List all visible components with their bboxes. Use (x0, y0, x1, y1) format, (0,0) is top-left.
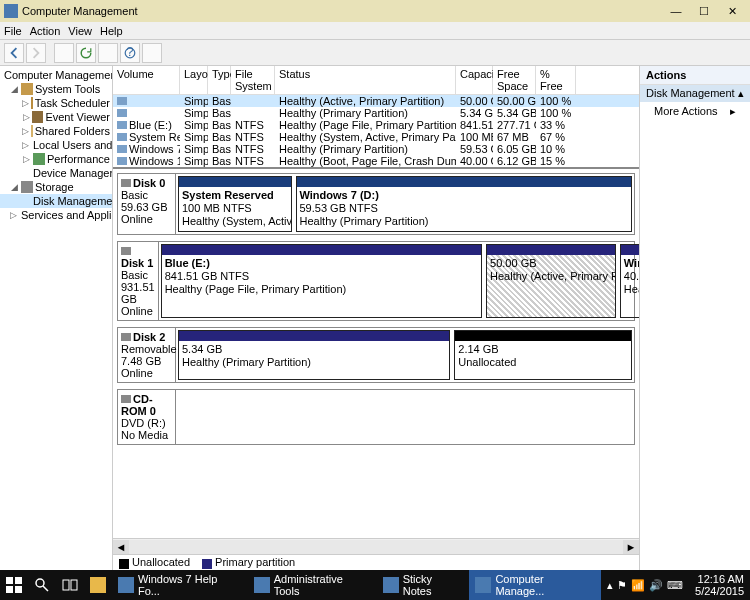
col-pct[interactable]: % Free (536, 66, 576, 94)
tree-task-scheduler[interactable]: ▷Task Scheduler (0, 96, 112, 110)
partition[interactable]: 50.00 GBHealthy (Active, Primary Partiti… (486, 244, 616, 318)
content-pane: Volume Layout Type File System Status Ca… (113, 66, 640, 570)
toolbar-button-5[interactable] (142, 43, 162, 63)
svg-rect-5 (15, 586, 22, 593)
scroll-track[interactable] (129, 540, 623, 554)
taskbar-app[interactable]: Windows 7 Help Fo... (112, 570, 248, 600)
partition[interactable]: Windows 7 (D:)59.53 GB NTFSHealthy (Prim… (296, 176, 633, 232)
tree-services[interactable]: ▷Services and Applications (0, 208, 112, 222)
close-button[interactable]: ✕ (718, 2, 746, 20)
col-volume[interactable]: Volume (113, 66, 180, 94)
app-icon (475, 577, 491, 593)
col-free[interactable]: Free Space (493, 66, 536, 94)
toolbar-button-1[interactable] (54, 43, 74, 63)
vol-fs: NTFS (231, 119, 275, 131)
partition[interactable]: System Reserved100 MB NTFSHealthy (Syste… (178, 176, 292, 232)
vol-name: Blue (E:) (113, 119, 180, 131)
disk-info[interactable]: Disk 1Basic931.51 GBOnline (118, 242, 159, 320)
vol-status: Healthy (Page File, Primary Partition) (275, 119, 456, 131)
expand-icon[interactable]: ▷ (22, 155, 31, 164)
refresh-button[interactable] (76, 43, 96, 63)
maximize-button[interactable]: ☐ (690, 2, 718, 20)
scroll-right-button[interactable]: ► (623, 540, 639, 554)
tree-shared-folders[interactable]: ▷Shared Folders (0, 124, 112, 138)
partition-bar (621, 245, 639, 255)
help-button[interactable]: ? (120, 43, 140, 63)
disk-name: Disk 0 (121, 177, 172, 189)
volume-row[interactable]: System ReservedSimpleBasicNTFSHealthy (S… (113, 131, 639, 143)
partition-size: 59.53 GB NTFS (300, 202, 629, 215)
task-view-button[interactable] (56, 570, 84, 600)
partition[interactable]: 2.14 GBUnallocated (454, 330, 632, 380)
tree-system-tools[interactable]: ◢System Tools (0, 82, 112, 96)
disk-kind: Basic (121, 189, 172, 201)
network-icon[interactable]: 📶 (631, 579, 645, 592)
volume-row[interactable]: Blue (E:)SimpleBasicNTFSHealthy (Page Fi… (113, 119, 639, 131)
tray-icon[interactable]: ⌨ (667, 579, 683, 592)
menu-action[interactable]: Action (30, 25, 61, 37)
menubar: File Action View Help (0, 22, 750, 40)
volume-icon[interactable]: 🔊 (649, 579, 663, 592)
partition-name: Windows 10 (C:) (624, 257, 639, 270)
system-tray[interactable]: ▴ ⚑ 📶 🔊 ⌨ (601, 579, 689, 592)
taskbar-label: Computer Manage... (495, 573, 595, 597)
toolbar-button-3[interactable] (98, 43, 118, 63)
start-button[interactable] (0, 570, 28, 600)
col-type[interactable]: Type (208, 66, 231, 94)
menu-help[interactable]: Help (100, 25, 123, 37)
legend-primary: Primary partition (202, 556, 295, 568)
collapse-icon[interactable]: ◢ (10, 183, 19, 192)
forward-button[interactable] (26, 43, 46, 63)
expand-icon[interactable]: ▷ (22, 113, 30, 122)
partition[interactable]: Windows 10 (C:)40.00 GB NTFSHealthy (Boo… (620, 244, 639, 318)
expand-icon[interactable]: ▷ (10, 211, 17, 220)
volume-row[interactable]: SimpleBasicHealthy (Primary Partition)5.… (113, 107, 639, 119)
tree-device-manager[interactable]: ▷Device Manager (0, 166, 112, 180)
partition-status: Healthy (Active, Primary Partition) (490, 270, 612, 283)
menu-file[interactable]: File (4, 25, 22, 37)
collapse-icon[interactable]: ◢ (10, 85, 19, 94)
partition[interactable]: Blue (E:)841.51 GB NTFSHealthy (Page Fil… (161, 244, 482, 318)
col-status[interactable]: Status (275, 66, 456, 94)
expand-icon[interactable]: ▷ (22, 99, 29, 108)
partition[interactable]: 5.34 GBHealthy (Primary Partition) (178, 330, 450, 380)
col-filesystem[interactable]: File System (231, 66, 275, 94)
chevron-up-icon: ▴ (738, 87, 744, 100)
disk-info[interactable]: CD-ROM 0DVD (R:)No Media (118, 390, 176, 444)
tree-local-users[interactable]: ▷Local Users and Groups (0, 138, 112, 152)
taskbar-app[interactable]: Computer Manage... (469, 570, 601, 600)
minimize-button[interactable]: — (662, 2, 690, 20)
vol-status: Healthy (Primary Partition) (275, 107, 456, 119)
tree-disk-management[interactable]: ▷Disk Management (0, 194, 112, 208)
disk-info[interactable]: Disk 2Removable7.48 GBOnline (118, 328, 176, 382)
tree-root[interactable]: Computer Management (Local (0, 68, 112, 82)
scroll-left-button[interactable]: ◄ (113, 540, 129, 554)
clock[interactable]: 12:16 AM 5/24/2015 (689, 573, 750, 597)
expand-icon[interactable]: ▷ (22, 127, 29, 136)
volume-row[interactable]: Windows 10 (C:)SimpleBasicNTFSHealthy (B… (113, 155, 639, 167)
horizontal-scrollbar[interactable]: ◄ ► (113, 538, 639, 554)
taskbar-app[interactable]: Administrative Tools (248, 570, 377, 600)
tree-storage[interactable]: ◢Storage (0, 180, 112, 194)
expand-icon[interactable]: ▷ (22, 141, 29, 150)
tree-performance[interactable]: ▷Performance (0, 152, 112, 166)
col-layout[interactable]: Layout (180, 66, 208, 94)
tray-up-icon[interactable]: ▴ (607, 579, 613, 592)
tray-icon[interactable]: ⚑ (617, 579, 627, 592)
file-explorer-button[interactable] (84, 570, 112, 600)
tree-event-viewer[interactable]: ▷Event Viewer (0, 110, 112, 124)
partition-name: System Reserved (182, 189, 288, 202)
menu-view[interactable]: View (68, 25, 92, 37)
taskbar-app[interactable]: Sticky Notes (377, 570, 470, 600)
back-button[interactable] (4, 43, 24, 63)
volume-row[interactable]: SimpleBasicHealthy (Active, Primary Part… (113, 95, 639, 107)
volume-row[interactable]: Windows 7 (D:)SimpleBasicNTFSHealthy (Pr… (113, 143, 639, 155)
vol-type: Basic (208, 95, 231, 107)
disk-info[interactable]: Disk 0Basic59.63 GBOnline (118, 174, 176, 234)
col-capacity[interactable]: Capacity (456, 66, 493, 94)
folder-icon (90, 577, 106, 593)
actions-section-disk-management[interactable]: Disk Management▴ (640, 85, 750, 102)
search-button[interactable] (28, 570, 56, 600)
vol-free: 5.34 GB (493, 107, 536, 119)
actions-more[interactable]: More Actions▸ (640, 102, 750, 121)
